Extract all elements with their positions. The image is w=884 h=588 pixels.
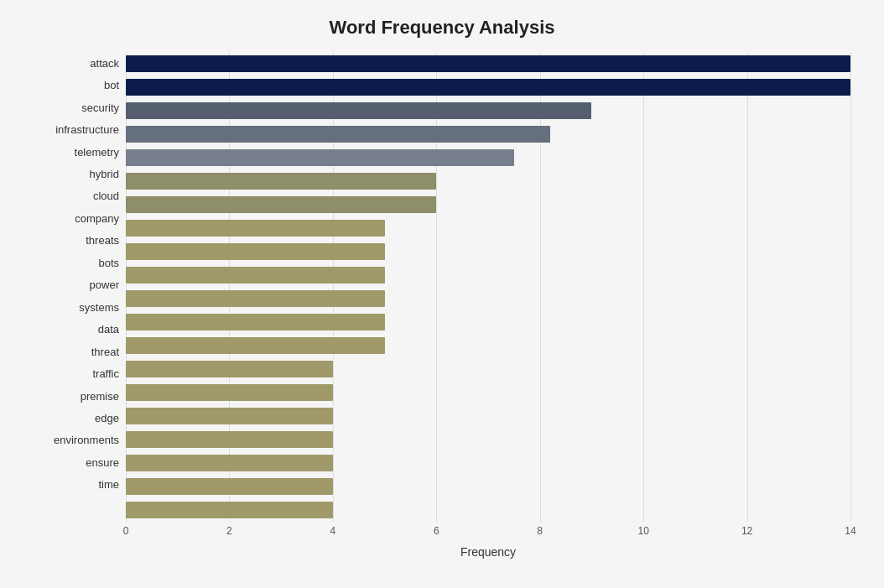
bar: [126, 314, 385, 330]
bar-row: [126, 428, 850, 451]
bars-wrapper: [126, 52, 850, 522]
y-label: threat: [91, 341, 119, 362]
bar-row: [126, 216, 850, 240]
x-tick-label: 6: [434, 525, 439, 537]
y-label: infrastructure: [55, 118, 119, 140]
bar: [126, 431, 333, 448]
x-tick-label: 14: [845, 525, 855, 537]
bar: [126, 408, 333, 424]
x-axis: 02468101214Frequency: [126, 522, 850, 559]
bar-row: [126, 122, 850, 146]
y-label: bots: [98, 252, 119, 273]
bar: [126, 196, 436, 213]
x-tick-label: 4: [330, 525, 336, 537]
y-label: time: [98, 474, 119, 496]
bar-row: [126, 310, 850, 334]
bar-row: [126, 52, 850, 75]
bar: [126, 502, 333, 518]
grid-line: [850, 52, 851, 522]
bar-row: [126, 381, 850, 404]
bar: [126, 267, 385, 284]
bar: [126, 55, 850, 72]
bar: [126, 102, 591, 119]
chart-container: Word Frequency Analysis attackbotsecurit…: [0, 0, 884, 588]
y-label: edge: [95, 407, 119, 429]
x-tick-label: 10: [637, 525, 648, 537]
bar-row: [126, 357, 850, 381]
y-label: hybrid: [90, 163, 119, 185]
bar: [126, 220, 385, 237]
bar: [126, 478, 333, 495]
bar: [126, 173, 436, 190]
bar-row: [126, 75, 850, 99]
x-tick-label: 12: [741, 525, 752, 537]
y-label: cloud: [93, 185, 119, 207]
bar-row: [126, 169, 850, 193]
y-label: threats: [86, 230, 119, 252]
x-ticks-row: 02468101214: [126, 522, 850, 542]
y-axis-labels: attackbotsecurityinfrastructuretelemetry…: [34, 52, 126, 526]
bar-row: [126, 146, 850, 169]
bar: [126, 243, 385, 260]
y-label: telemetry: [75, 141, 119, 163]
y-label: attack: [90, 52, 119, 74]
x-tick-label: 0: [123, 525, 129, 537]
bar: [126, 384, 333, 401]
bar-row: [126, 99, 850, 122]
bar: [126, 79, 850, 96]
bar-row: [126, 498, 850, 522]
bar: [126, 361, 333, 377]
bar-row: [126, 404, 850, 428]
bar: [126, 337, 385, 354]
y-label: data: [98, 318, 119, 340]
y-label: power: [90, 274, 119, 296]
bar-row: [126, 334, 850, 357]
bar-row: [126, 240, 850, 263]
chart-title: Word Frequency Analysis: [34, 17, 850, 39]
x-tick-label: 8: [537, 525, 543, 537]
bar: [126, 149, 514, 166]
bar: [126, 455, 333, 471]
x-axis-label: Frequency: [126, 545, 850, 559]
y-label: environments: [54, 429, 119, 451]
bar: [126, 290, 385, 307]
bar-row: [126, 451, 850, 475]
y-label: security: [81, 96, 119, 118]
bar-row: [126, 193, 850, 216]
y-label: traffic: [92, 362, 119, 384]
y-label: company: [75, 207, 119, 229]
bar-row: [126, 475, 850, 498]
x-tick-label: 2: [226, 525, 232, 537]
y-label: premise: [81, 385, 119, 407]
y-label: systems: [79, 296, 119, 318]
y-label: ensure: [86, 451, 119, 473]
y-label: bot: [104, 74, 119, 96]
bar: [126, 126, 550, 143]
bar-row: [126, 263, 850, 287]
bar-row: [126, 287, 850, 310]
